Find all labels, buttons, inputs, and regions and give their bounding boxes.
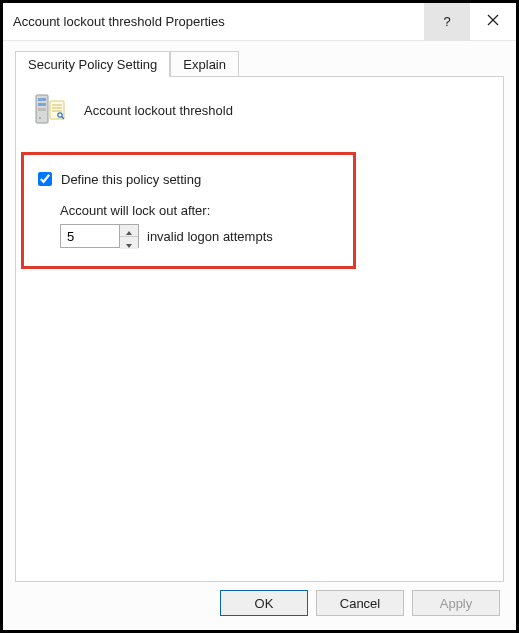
- tab-label: Security Policy Setting: [28, 57, 157, 72]
- dialog-button-row: OK Cancel Apply: [220, 590, 500, 616]
- close-button[interactable]: [470, 3, 516, 41]
- help-button[interactable]: ?: [424, 3, 470, 41]
- svg-rect-5: [38, 108, 46, 111]
- dialog-window: Account lockout threshold Properties ? S…: [0, 0, 519, 633]
- apply-button: Apply: [412, 590, 500, 616]
- dialog-body: Security Policy Setting Explain: [3, 41, 516, 630]
- help-icon: ?: [443, 14, 450, 29]
- tab-label: Explain: [183, 57, 226, 72]
- tab-explain[interactable]: Explain: [170, 51, 239, 77]
- button-label: Apply: [440, 596, 473, 611]
- define-policy-label[interactable]: Define this policy setting: [61, 172, 201, 187]
- button-label: Cancel: [340, 596, 380, 611]
- define-policy-section: Define this policy setting Account will …: [21, 152, 356, 269]
- svg-marker-14: [126, 244, 132, 248]
- server-policy-icon: [32, 91, 68, 130]
- tab-security-policy-setting[interactable]: Security Policy Setting: [15, 51, 170, 77]
- lockout-attempts-input[interactable]: [61, 225, 119, 247]
- cancel-button[interactable]: Cancel: [316, 590, 404, 616]
- button-label: OK: [255, 596, 274, 611]
- lockout-unit-label: invalid logon attempts: [147, 229, 273, 244]
- chevron-down-icon: [126, 236, 132, 251]
- window-title: Account lockout threshold Properties: [13, 14, 424, 29]
- close-icon: [487, 14, 499, 29]
- tab-panel-security: Account lockout threshold Define this po…: [15, 76, 504, 582]
- title-bar: Account lockout threshold Properties ?: [3, 3, 516, 41]
- ok-button[interactable]: OK: [220, 590, 308, 616]
- policy-header: Account lockout threshold: [32, 91, 493, 130]
- policy-title: Account lockout threshold: [84, 103, 233, 118]
- lockout-value-row: invalid logon attempts: [60, 224, 339, 248]
- svg-marker-13: [126, 231, 132, 235]
- svg-rect-3: [38, 98, 46, 101]
- define-policy-checkbox[interactable]: [38, 172, 52, 186]
- svg-rect-4: [38, 103, 46, 106]
- svg-point-6: [39, 117, 41, 119]
- define-policy-checkbox-row: Define this policy setting: [34, 169, 339, 189]
- spinner-buttons: [119, 225, 138, 247]
- lockout-attempts-spinner: [60, 224, 139, 248]
- spinner-down-button[interactable]: [120, 237, 138, 249]
- tab-strip: Security Policy Setting Explain: [15, 51, 504, 77]
- lockout-after-label: Account will lock out after:: [60, 203, 339, 218]
